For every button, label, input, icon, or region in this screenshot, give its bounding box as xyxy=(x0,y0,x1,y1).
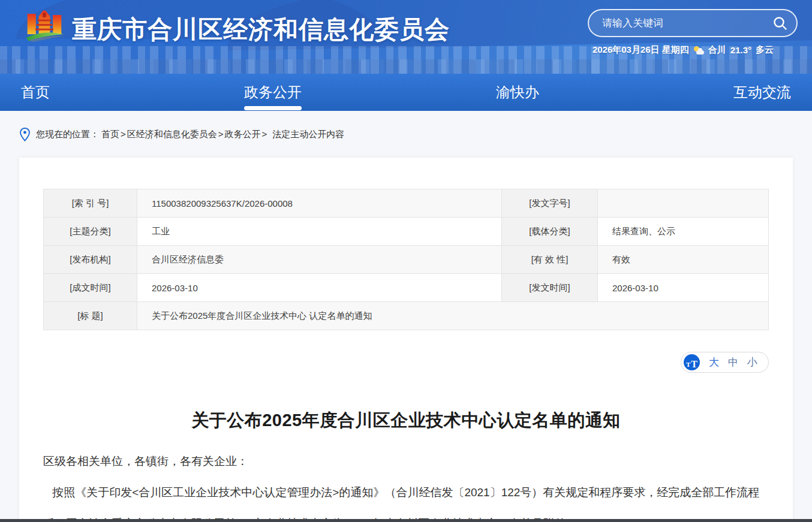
meta-value xyxy=(598,189,769,218)
breadcrumb-link-4[interactable]: 法定主动公开内容 xyxy=(272,129,344,139)
weather-icon xyxy=(693,46,704,55)
meta-value: 工业 xyxy=(137,218,502,246)
meta-value: 11500382009325637K/2026-00008 xyxy=(137,189,502,218)
weather-temp: 21.3° xyxy=(730,45,751,55)
meta-row-5: [标 题]关于公布2025年度合川区企业技术中心 认定名单的通知 xyxy=(44,302,769,330)
meta-label: [索 引 号] xyxy=(44,189,137,218)
meta-label: [发布机构] xyxy=(44,246,137,274)
meta-label: [主题分类] xyxy=(44,218,137,246)
breadcrumb-separator: > xyxy=(121,129,126,139)
meta-table-body: [索 引 号]11500382009325637K/2026-00008[发文字… xyxy=(44,189,769,330)
content-card: [索 引 号]11500382009325637K/2026-00008[发文字… xyxy=(19,158,793,522)
article-title: 关于公布2025年度合川区企业技术中心认定名单的通知 xyxy=(43,409,769,433)
date-weather-line: 2026年03月26日 星期四 合川 21.3° 多云 xyxy=(593,44,774,56)
breadcrumb-path: 首页>区经济和信息化委员会>政务公开>法定主动公开内容 xyxy=(101,129,344,140)
nav-item-3[interactable]: 渝快办 xyxy=(496,74,539,111)
meta-row-4: [成文时间]2026-03-10[发文时间]2026-03-10 xyxy=(44,274,769,302)
meta-label: [发文时间] xyxy=(502,274,598,302)
search-input[interactable] xyxy=(602,17,772,29)
article-body: 区级各相关单位，各镇街，各有关企业：按照《关于印发<合川区工业企业技术中心认定管… xyxy=(43,446,769,522)
weather-desc: 多云 xyxy=(756,44,774,56)
main-nav: 首页政务公开渝快办互动交流 xyxy=(0,74,812,111)
font-size-icon[interactable]: TT xyxy=(684,354,700,370)
meta-value: 2026-03-10 xyxy=(598,274,769,302)
nav-item-1[interactable]: 首页 xyxy=(21,74,50,111)
meta-label: [载体分类] xyxy=(502,218,598,246)
date-text: 2026年03月26日 星期四 xyxy=(593,44,689,56)
nav-item-2[interactable]: 政务公开 xyxy=(244,74,302,111)
breadcrumb: 您现在的位置： 首页>区经济和信息化委员会>政务公开>法定主动公开内容 xyxy=(0,111,812,158)
meta-label: [有 效 性] xyxy=(502,246,598,274)
meta-table: [索 引 号]11500382009325637K/2026-00008[发文字… xyxy=(43,189,769,330)
breadcrumb-prefix: 您现在的位置： xyxy=(36,129,99,140)
meta-row-2: [主题分类]工业[载体分类]结果查询、公示 xyxy=(44,218,769,246)
nav-item-4[interactable]: 互动交流 xyxy=(733,74,791,111)
banner-skyline-decor xyxy=(0,59,812,74)
breadcrumb-separator: > xyxy=(262,129,267,139)
meta-row-3: [发布机构]合川区经济信息委[有 效 性]有效 xyxy=(44,246,769,274)
font-size-option-中[interactable]: 中 xyxy=(728,355,738,369)
font-size-widget: TT 大中小 xyxy=(681,352,769,373)
meta-label: [标 题] xyxy=(44,302,137,330)
article-paragraph: 区级各相关单位，各镇街，各有关企业： xyxy=(43,446,769,477)
meta-value: 2026-03-10 xyxy=(137,274,502,302)
meta-value: 有效 xyxy=(598,246,769,274)
meta-row-1: [索 引 号]11500382009325637K/2026-00008[发文字… xyxy=(44,189,769,218)
weather-city: 合川 xyxy=(708,44,726,56)
breadcrumb-link-1[interactable]: 首页 xyxy=(101,129,119,139)
breadcrumb-separator: > xyxy=(218,129,224,139)
meta-value: 结果查询、公示 xyxy=(598,218,769,246)
meta-value: 合川区经济信息委 xyxy=(137,246,502,274)
font-size-option-大[interactable]: 大 xyxy=(709,355,719,369)
font-size-options: 大中小 xyxy=(709,355,757,369)
site-logo-icon xyxy=(24,5,65,46)
breadcrumb-link-3[interactable]: 政务公开 xyxy=(225,129,261,139)
article-toolbar: TT 大中小 xyxy=(43,352,769,373)
site-title: 重庆市合川区经济和信息化委员会 xyxy=(72,13,450,46)
breadcrumb-link-2[interactable]: 区经济和信息化委员会 xyxy=(127,129,217,139)
meta-label: [发文字号] xyxy=(502,189,598,218)
location-pin-icon xyxy=(20,128,30,141)
meta-label: [成文时间] xyxy=(44,274,137,302)
site-banner: 重庆市合川区经济和信息化委员会 2026年03月26日 星期四 合川 21.3°… xyxy=(0,0,812,74)
article-paragraph: 按照《关于印发<合川区工业企业技术中心认定管理办法>的通知》（合川经信发〔202… xyxy=(43,477,769,522)
meta-value: 关于公布2025年度合川区企业技术中心 认定名单的通知 xyxy=(137,302,769,330)
font-size-option-小[interactable]: 小 xyxy=(747,355,757,369)
search-box[interactable] xyxy=(588,9,798,37)
footer-edge-bar xyxy=(0,519,812,522)
search-icon[interactable] xyxy=(772,16,788,31)
